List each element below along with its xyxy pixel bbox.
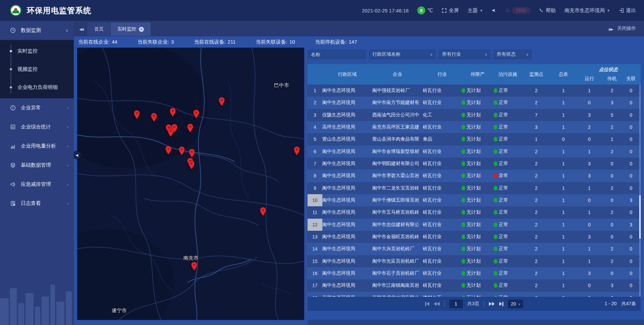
map-roads (77, 48, 304, 320)
cell-meters: 1 (551, 170, 576, 182)
tab-1[interactable]: 实时监控✕ (111, 22, 151, 36)
table-row[interactable]: 15阆中生态环境局阆中市光富页岩机砖厂砖瓦行业无计划正常21120 (308, 255, 641, 267)
cell-company: 阆中市枣碧大梁山页岩 (372, 170, 423, 182)
table-row[interactable]: 5营山生态环境局营山县润丰肉食品有限食品无计划正常10010 (308, 133, 641, 145)
table-row[interactable]: 18南部生态环境局南部县砚华水泥有限公建材化工无计划正常62060 (308, 292, 641, 297)
close-tab-icon[interactable]: ✕ (139, 27, 144, 32)
last-page-button[interactable] (499, 302, 503, 306)
map-pin[interactable] (178, 146, 185, 156)
table-row[interactable]: 8阆中生态环境局阆中市枣碧大梁山页岩砖瓦行业无计划异常21300 (308, 170, 641, 182)
table-row[interactable]: 13阆中生态环境局阆中市金福旺页岩机砖砖瓦行业无计划正常21300 (308, 231, 641, 243)
table-row[interactable]: 4高坪生态环境局南充市高坪区王家店建砖瓦行业无计划正常31220 (308, 121, 641, 133)
table-row[interactable]: 17阆中生态环境局阆中市江南镇阆南页岩砖瓦行业无计划正常21030 (308, 279, 641, 291)
table-row[interactable]: 7阆中生态环境局阆中明阳建材有限公司砖瓦行业无计划正常21300 (308, 158, 641, 170)
total-count-label: 共47条 (621, 301, 636, 307)
facility-label: 正常 (499, 112, 508, 118)
cell-facility: 正常 (494, 292, 522, 297)
sidebar-subitem-0[interactable]: 实时监控 (0, 42, 74, 60)
table-row[interactable]: 14阆中生态环境局阆中大兴页岩机砖厂砖瓦行业无计划正常21120 (308, 243, 641, 255)
table-row[interactable]: 2阆中生态环境局阆中市南方节能建材有砖瓦行业无计划正常21030 (308, 97, 641, 109)
tabs-scroll-left-button[interactable]: ◀◀ (74, 27, 88, 36)
map-pin[interactable] (165, 146, 172, 155)
datetime-display: 2021-02-25 17:46:18 (362, 8, 409, 13)
cell-points: 2 (522, 146, 550, 158)
scrollbar-thumb[interactable] (639, 195, 641, 239)
sidebar-item-2[interactable]: 企业综合统计‹ (0, 117, 74, 137)
sidebar-item-1[interactable]: 企业异常‹ (0, 98, 74, 117)
help-button[interactable]: 帮助 (539, 7, 556, 14)
map-pin[interactable] (191, 262, 198, 271)
table-row[interactable]: 1阆中生态环境局阆中强锐页岩砖厂砖瓦行业无计划正常21120 (308, 85, 641, 97)
table-row[interactable]: 11阆中生态环境局阆中市五马桥页岩机砖砖瓦行业无计划正常21120 (308, 206, 641, 218)
row-number: 14 (308, 243, 322, 255)
region-filter-select[interactable]: 行政区域名称 ∨ (369, 49, 436, 59)
org-dropdown[interactable]: 南充市生态环境局▼ (565, 7, 610, 14)
sidebar-item-3[interactable]: 企业用电量分析‹ (0, 137, 74, 156)
page-size-select[interactable]: 20 ∨ (508, 300, 523, 308)
cell-region: 阆中生态环境局 (322, 279, 372, 291)
name-filter-input[interactable] (308, 49, 366, 59)
cell-offline: 0 (621, 279, 641, 291)
cell-company: 阆中市金福旺页岩机砖 (372, 231, 423, 243)
clock-icon (10, 28, 16, 33)
logout-button[interactable]: 退出 (619, 7, 636, 14)
map-pin[interactable] (189, 149, 195, 158)
cell-points: 3 (522, 121, 550, 133)
sidebar-collapse-button[interactable]: ◀ (73, 151, 81, 159)
cell-meters: 1 (551, 219, 576, 231)
table-row[interactable]: 6阆中生态环境局阆中市金博瑞新型墙材砖瓦行业无计划正常21120 (308, 146, 641, 158)
cell-stopped: 0 (603, 158, 622, 170)
row-number: 18 (308, 292, 322, 297)
mute-button[interactable] (492, 8, 496, 13)
chevron-left-icon: ‹ (67, 144, 68, 149)
close-operations-button[interactable]: 关闭操作 (617, 25, 644, 36)
cell-points: 2 (522, 206, 550, 218)
sidebar-item-6[interactable]: 日志查看‹ (0, 194, 74, 213)
tab-0[interactable]: 首页 (88, 22, 111, 36)
tabs-scroll-right-button[interactable]: ▶▶ (603, 27, 617, 36)
page-number-input[interactable] (449, 300, 463, 308)
map-pin[interactable] (293, 146, 300, 156)
table-row[interactable]: 9阆中生态环境局阆中市二龙长宝页岩砖砖瓦行业无计划正常21120 (308, 182, 641, 194)
scrollbar-track[interactable] (639, 85, 641, 296)
cell-plan: 无计划 (462, 194, 494, 206)
status-dot-green-icon (462, 186, 465, 191)
status-dot-green-icon (494, 125, 497, 129)
sidebar-subitem-1[interactable]: 视频监控 (0, 60, 74, 78)
plan-label: 无计划 (467, 112, 481, 118)
map-pin[interactable] (151, 113, 157, 122)
previous-page-button[interactable] (434, 302, 439, 306)
industry-filter-select[interactable]: 所有行业 ∨ (439, 49, 491, 59)
theme-dropdown[interactable]: 主题▼ (468, 7, 483, 14)
notifications-button[interactable]: 2632 (505, 7, 530, 14)
facility-label: 正常 (499, 270, 508, 276)
map-pin[interactable] (218, 97, 225, 106)
cell-facility: 正常 (494, 121, 522, 133)
first-page-button[interactable] (425, 302, 429, 306)
table-row[interactable]: 10阆中生态环境局阆中千佛镇五郎垭页岩砖瓦行业无计划正常21003 (308, 194, 641, 206)
map-pin[interactable] (169, 108, 176, 117)
map-pin[interactable] (193, 109, 200, 119)
sidebar-item-5[interactable]: 应急减排管理‹ (0, 175, 74, 194)
map-pin[interactable] (187, 123, 194, 133)
cell-industry: 砖瓦行业 (423, 97, 462, 109)
table-row[interactable]: 16阆中生态环境局阆中市石子页岩机砖厂砖瓦行业无计划正常21300 (308, 267, 641, 279)
sidebar-item-4[interactable]: 基础数据管理‹ (0, 156, 74, 175)
table-row[interactable]: 3仪陇生态环境局西南油气田分公司川中化工无计划正常71350 (308, 109, 641, 121)
stat-item-1: 当前失联企业:3 (138, 39, 174, 45)
cell-stopped: 0 (603, 194, 622, 206)
status-filter-select[interactable]: 所有状态 ∨ (493, 49, 532, 59)
table-row[interactable]: 12阆中生态环境局阆中市忠信建材有限公砖瓦行业无计划正常21003 (308, 219, 641, 231)
map-pin[interactable] (167, 128, 174, 137)
map-pin[interactable] (260, 207, 266, 216)
cell-running: 1 (576, 255, 602, 267)
sidebar: 数据监测∨实时监控视频监控企业电力负荷明细企业异常‹企业综合统计‹企业用电量分析… (0, 21, 74, 325)
map-pin[interactable] (188, 160, 195, 170)
sidebar-subitem-2[interactable]: 企业电力负荷明细 (0, 78, 74, 96)
sidebar-item-0[interactable]: 数据监测∨ (0, 21, 74, 40)
cell-running: 1 (576, 182, 602, 194)
fullscreen-button[interactable]: 全屏 (442, 7, 459, 14)
next-page-button[interactable] (489, 302, 495, 306)
map-panel[interactable]: 巴中市南充市遂宁市 (77, 48, 304, 320)
map-pin[interactable] (133, 110, 140, 119)
